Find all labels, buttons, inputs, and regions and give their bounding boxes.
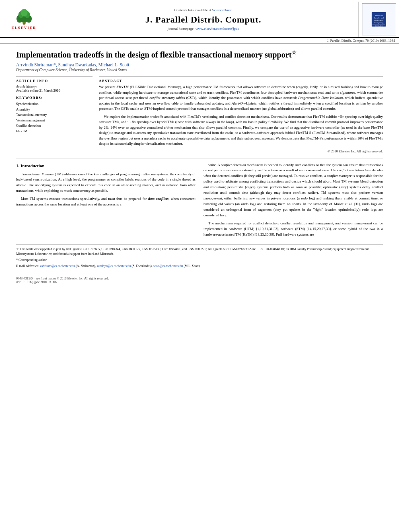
body-content: 1. Introduction Transactional Memory (TM… (16, 162, 383, 240)
keyword-conflict-detection: Conflict detection (16, 123, 93, 129)
body-col-left: 1. Introduction Transactional Memory (TM… (16, 162, 195, 240)
sciencedirect-link[interactable]: ScienceDirect (212, 8, 232, 12)
article-info-col: ARTICLE INFO Article history: Available … (16, 76, 93, 153)
intro-right-paragraph-2: The mechanisms required for conflict det… (204, 221, 383, 238)
article-title: Implementation tradeoffs in the design o… (16, 49, 383, 60)
svg-rect-7 (23, 23, 25, 25)
footnote-1: ☆ This work was supported in part by NSF… (16, 247, 383, 257)
email-dwarkadas[interactable]: sandhya@cs.rochester.edu (97, 264, 131, 268)
doi-line: doi:10.1016/j.jpdc.2010.03.006 (16, 280, 383, 284)
footnote-3: E-mail addresses: ashriram@cs.rochester.… (16, 264, 383, 269)
svg-text:Computing: Computing (374, 22, 384, 24)
elsevier-tree-icon (12, 9, 36, 25)
email-scott[interactable]: scott@cs.rochester.edu (153, 264, 183, 268)
journal-title-area: Contents lists available at ScienceDirec… (48, 2, 359, 37)
keyword-synchronization: Synchronization (16, 101, 93, 107)
section-divider (16, 158, 383, 158)
svg-text:ELSEVIER: ELSEVIER (375, 25, 383, 27)
footnote-3-emails: ashriram@cs.rochester.edu (A. Shriraman)… (40, 264, 201, 268)
article-info-abstract: ARTICLE INFO Article history: Available … (16, 76, 383, 153)
elsevier-logo-area: ELSEVIER (0, 2, 48, 37)
abstract-heading: ABSTRACT (99, 79, 383, 83)
article-info-section: ARTICLE INFO Article history: Available … (16, 79, 93, 92)
article-title-text: Implementation tradeoffs in the design o… (16, 50, 292, 59)
keywords-section: Keywords: Synchronization Atomicity Tran… (16, 96, 93, 134)
elsevier-wordmark: ELSEVIER (12, 26, 37, 30)
homepage-label: journal homepage: (168, 27, 195, 31)
email-shriraman[interactable]: ashriram@cs.rochester.edu (40, 264, 75, 268)
journal-title: J. Parallel Distrib. Comput. (145, 14, 261, 25)
footnote-1-symbol: ☆ (16, 247, 20, 251)
keyword-flextm: FlexTM (16, 129, 93, 134)
intro-heading: 1. Introduction (16, 162, 195, 169)
homepage-line: journal homepage: www.elsevier.com/locat… (168, 27, 239, 31)
footnote-2-text: Corresponding author. (19, 258, 47, 262)
keyword-atomicity: Atomicity (16, 107, 93, 113)
intro-paragraph-1: Transactional Memory (TM) addresses one … (16, 172, 195, 194)
footnote-2: * Corresponding author. (16, 258, 383, 263)
footnotes: ☆ This work was supported in part by NSF… (16, 244, 383, 269)
authors-text: Arrvindh Shriraman*, Sandhya Dwarkadas, … (16, 62, 129, 67)
journal-logo-box: Journal of Parallel and Distributed Comp… (362, 3, 396, 35)
footnote-3-label: E-mail addresses: (16, 264, 40, 268)
svg-text:Distributed: Distributed (374, 19, 384, 21)
abstract-col: ABSTRACT We present FlexTM (FLEXible Tra… (99, 76, 383, 153)
journal-header: ELSEVIER Contents lists available at Sci… (0, 0, 399, 38)
article-title-star: ☆ (292, 49, 296, 55)
authors-line: Arrvindh Shriraman*, Sandhya Dwarkadas, … (16, 62, 383, 67)
keywords-heading: Keywords: (16, 96, 93, 100)
abstract-paragraph-2: We explore the implementation tradeoffs … (99, 114, 383, 147)
footnote-1-text: This work was supported in part by NSF g… (16, 247, 370, 256)
journal-logo-icon: Journal of Parallel and Distributed Comp… (371, 11, 387, 27)
citation-line: J. Parallel Distrib. Comput. 70 (2010) 1… (0, 38, 399, 44)
abstract-paragraph-1: We present FlexTM (FLEXible Transactiona… (99, 84, 383, 112)
article-history-label: Article history: (16, 84, 93, 88)
main-content: Implementation tradeoffs in the design o… (0, 44, 399, 274)
keyword-version-management: Version management (16, 118, 93, 123)
intro-right-paragraph-1: write. A conflict detection mechanism is… (204, 162, 383, 218)
copyright-line: © 2010 Elsevier Inc. All rights reserved… (99, 149, 383, 153)
svg-text:Parallel and: Parallel and (374, 17, 384, 19)
body-col-right: write. A conflict detection mechanism is… (204, 162, 383, 240)
contents-line: Contents lists available at ScienceDirec… (174, 8, 232, 12)
keyword-transactional-memory: Transactional memory (16, 112, 93, 118)
affiliation: Department of Computer Science, Universi… (16, 68, 383, 72)
homepage-url[interactable]: www.elsevier.com/locate/jpdc (195, 27, 239, 31)
article-info-heading: ARTICLE INFO (16, 79, 93, 83)
abstract-text: We present FlexTM (FLEXible Transactiona… (99, 84, 383, 147)
bottom-bar: 0743-7315/$ – see front matter © 2010 El… (0, 274, 399, 286)
intro-paragraph-2: Most TM systems execute transactions spe… (16, 196, 195, 207)
issn-line: 0743-7315/$ – see front matter © 2010 El… (16, 277, 383, 280)
journal-logo-area: Journal of Parallel and Distributed Comp… (359, 2, 399, 37)
article-available-value: Available online 21 March 2010 (16, 88, 93, 92)
svg-point-6 (21, 9, 27, 16)
svg-text:Journal of: Journal of (375, 14, 383, 16)
elsevier-branding: ELSEVIER (12, 9, 37, 30)
